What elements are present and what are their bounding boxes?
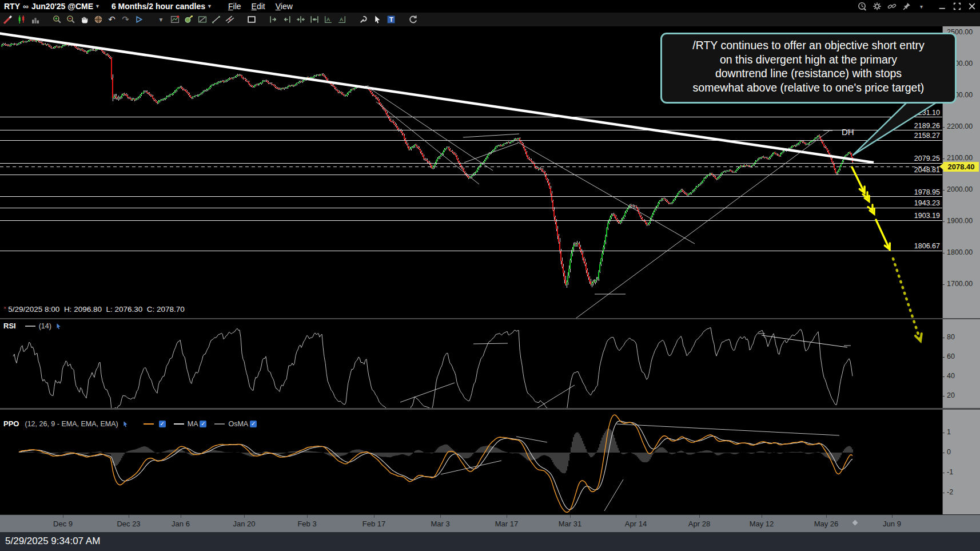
ruler-chart-icon[interactable] [196, 14, 208, 25]
expand-bars-icon[interactable] [294, 14, 306, 25]
short-entry-callout[interactable]: /RTY continues to offer an objective sho… [660, 33, 957, 104]
axis-tick [942, 127, 945, 128]
ppo-osma-label: OsMA [228, 420, 248, 428]
date-axis[interactable]: Dec 9Dec 23Jan 6Jan 20Feb 3Feb 17Mar 3Ma… [0, 514, 980, 533]
date-axis-tick [129, 515, 129, 518]
svg-text:A: A [340, 17, 343, 22]
price-level-label: 1903.19 [900, 212, 940, 220]
zoom-in-icon[interactable] [51, 14, 63, 25]
date-axis-tick [307, 515, 308, 518]
axis-tick-label: 60 [947, 352, 955, 360]
axis-tick-label: 80 [947, 333, 955, 341]
rectangle-tool-icon[interactable] [245, 14, 257, 25]
date-axis-label: Dec 9 [53, 520, 73, 528]
redo-icon[interactable]: ↷ [119, 14, 132, 25]
timeframe-dropdown-caret-icon[interactable]: ▼ [207, 3, 212, 9]
cursor-tool-icon[interactable] [371, 14, 383, 25]
status-close: C: 2078.70 [147, 305, 185, 314]
ppo-params[interactable]: (12, 26, 9 - EMA, EMA, EMA) [25, 420, 118, 428]
menu-file[interactable]: File [228, 2, 241, 11]
date-axis-tick [63, 515, 63, 518]
minimize-icon[interactable] [937, 2, 947, 11]
panel-divider[interactable] [0, 408, 980, 410]
candlestick-chart-icon[interactable] [15, 14, 27, 25]
ohlc-status-line: ×5/29/2025 8:00 H: 2096.80 L: 2076.30 C:… [3, 305, 185, 314]
axis-tick [942, 453, 945, 453]
dropdown-arrow-icon[interactable]: ▼ [155, 14, 167, 25]
zoom-out-icon[interactable] [65, 14, 77, 25]
panel-divider[interactable] [0, 318, 980, 319]
status-low: L: 2076.30 [106, 305, 142, 314]
ppo-settings-icon[interactable] [122, 421, 129, 427]
undo-icon[interactable]: ↶ [106, 14, 118, 25]
contract-label[interactable]: Jun20'25 @CME [31, 2, 93, 11]
pan-hand-icon[interactable] [78, 14, 90, 25]
pin-caret-icon[interactable]: ▾ [917, 2, 926, 11]
rsi-settings-icon[interactable] [55, 323, 62, 330]
title-bar: RTY ∞ Jun20'25 @CME ▼ 6 Months/2 hour ca… [0, 0, 980, 13]
paint-tool-icon[interactable] [182, 14, 194, 25]
date-axis-tick [244, 515, 245, 518]
timeframe-selector[interactable]: 6 Months/2 hour candles [111, 2, 205, 11]
extend-right-icon[interactable] [267, 14, 279, 25]
axis-tick-label: 1900.00 [947, 217, 973, 225]
axis-tick-label: 2100.00 [947, 154, 973, 162]
status-high: H: 2096.80 [64, 305, 102, 314]
date-axis-tick [440, 515, 441, 518]
extend-left-icon[interactable] [281, 14, 293, 25]
axis-tick [942, 253, 945, 253]
date-axis-tick [892, 515, 893, 518]
scale-a-left-icon[interactable]: A [322, 14, 334, 25]
scale-a-right-icon[interactable]: A [336, 14, 348, 25]
close-icon[interactable] [967, 2, 977, 11]
gear-icon[interactable] [872, 2, 882, 11]
maximize-icon[interactable] [952, 2, 962, 11]
parallel-channel-icon[interactable] [224, 14, 236, 25]
axis-tick [942, 190, 945, 191]
date-axis-label: Feb 3 [297, 520, 316, 528]
date-axis-label: Apr 28 [688, 520, 710, 528]
pin-icon[interactable] [902, 2, 911, 11]
menu-view[interactable]: View [276, 2, 293, 11]
ppo-osma-checkbox[interactable]: ✓ [250, 421, 257, 427]
pencil-icon[interactable] [2, 14, 14, 25]
trendline-tool-icon[interactable] [210, 14, 222, 25]
price-level-label: 2158.27 [900, 132, 940, 140]
study-chart-icon[interactable] [169, 14, 181, 25]
date-axis-label: May 12 [750, 520, 774, 528]
menu-bar: FileEditView [228, 2, 303, 11]
date-axis-tick [570, 515, 571, 518]
axis-tick [942, 284, 945, 285]
symbol-dropdown-caret-icon[interactable]: ▼ [95, 3, 100, 9]
menu-edit[interactable]: Edit [252, 2, 265, 11]
link-icon[interactable] [887, 2, 897, 11]
date-axis-label: Apr 14 [625, 520, 647, 528]
rsi-panel[interactable] [0, 319, 942, 408]
rsi-params[interactable]: (14) [39, 322, 51, 330]
axis-tick [942, 493, 945, 493]
pointer-flag-icon[interactable] [133, 14, 145, 25]
price-level-label: 1978.95 [900, 188, 940, 196]
axis-tick [942, 357, 945, 358]
volume-bars-icon[interactable] [29, 14, 41, 25]
date-axis-tick [374, 515, 375, 518]
clock-icon[interactable] [857, 2, 867, 11]
date-axis-tick [826, 515, 827, 518]
compress-bars-icon[interactable] [308, 14, 320, 25]
status-close-icon[interactable]: × [3, 305, 6, 311]
crosshair-icon[interactable] [92, 14, 104, 25]
refresh-icon[interactable] [407, 14, 419, 25]
rsi-label[interactable]: RSI [3, 322, 16, 330]
window-controls: ▾ [857, 0, 977, 13]
symbol-label[interactable]: RTY [4, 2, 20, 11]
ppo-legend: PPO (12, 26, 9 - EMA, EMA, EMA) ✓ MA ✓ O… [3, 419, 261, 428]
ppo-ma-swatch-icon [174, 423, 184, 425]
ppo-ma-checkbox[interactable]: ✓ [200, 421, 206, 427]
axis-tick-label: 2000.00 [947, 185, 973, 193]
wrench-icon[interactable] [357, 14, 369, 25]
ppo-label[interactable]: PPO [3, 419, 19, 428]
text-tool-icon[interactable]: T [385, 14, 397, 25]
ppo-line-checkbox[interactable]: ✓ [159, 421, 166, 427]
callout-line: downtrend line (resistance) with stops [662, 66, 955, 81]
date-axis-label: Dec 23 [117, 520, 140, 528]
